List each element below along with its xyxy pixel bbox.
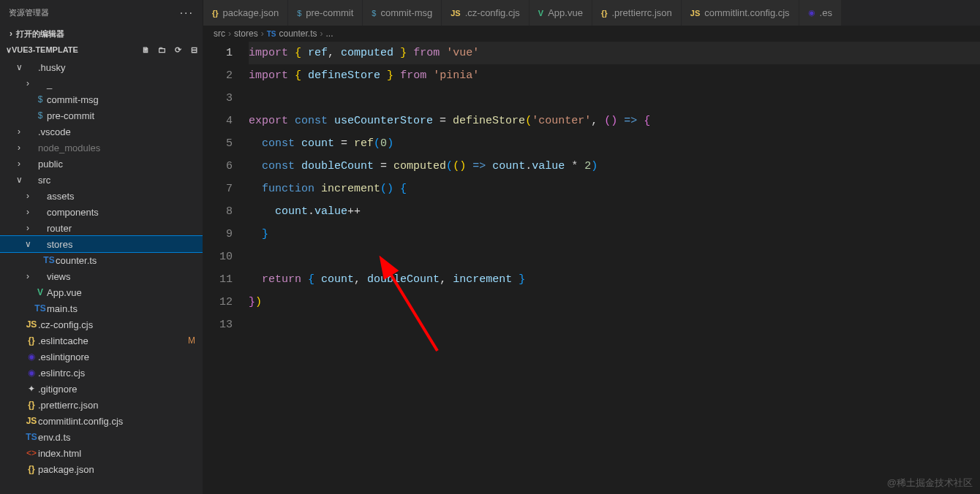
- file-icon: {}: [25, 335, 38, 346]
- tree-item--husky[interactable]: ∨.husky: [0, 59, 203, 75]
- code-line[interactable]: function increment() {: [249, 178, 980, 200]
- breadcrumb-tail[interactable]: ...: [326, 28, 333, 39]
- tab--prettierrc-json[interactable]: {}.prettierrc.json: [592, 0, 682, 26]
- line-number: 4: [203, 110, 233, 132]
- code-line[interactable]: [249, 87, 980, 110]
- tree-item-counter-ts[interactable]: TScounter.ts: [0, 252, 203, 268]
- tree-item-main-ts[interactable]: TSmain.ts: [0, 300, 203, 316]
- file-icon: {}: [25, 464, 38, 474]
- tab--cz-config-cjs[interactable]: JS.cz-config.cjs: [442, 0, 529, 26]
- open-editors-section[interactable]: › 打开的编辑器: [0, 26, 203, 42]
- breadcrumb-file[interactable]: counter.ts: [279, 28, 317, 39]
- tree-item-label: .vscode: [38, 126, 71, 137]
- code-line[interactable]: [249, 246, 980, 268]
- code-line[interactable]: [249, 314, 980, 336]
- tab-commitlint-config-cjs[interactable]: JScommitlint.config.cjs: [682, 0, 799, 26]
- more-icon[interactable]: ···: [180, 7, 194, 20]
- tree-item-app-vue[interactable]: VApp.vue: [0, 284, 203, 300]
- tab-pre-commit[interactable]: $pre-commit: [288, 0, 363, 26]
- file-icon: {}: [601, 9, 608, 18]
- tree-item-label: index.html: [38, 448, 81, 459]
- tab-commit-msg[interactable]: $commit-msg: [363, 0, 442, 26]
- code-line[interactable]: import { ref, computed } from 'vue': [249, 42, 980, 64]
- tree-item--vscode[interactable]: ›.vscode: [0, 123, 203, 140]
- tree-item-label: env.d.ts: [38, 432, 71, 443]
- code-line[interactable]: const count = ref(0): [249, 132, 980, 155]
- tree-item-label: src: [38, 175, 50, 186]
- file-icon: TS: [42, 255, 56, 265]
- tree-item-commit-msg[interactable]: $commit-msg: [0, 91, 203, 107]
- file-tree[interactable]: ∨.husky›_$commit-msg$pre-commit›.vscode›…: [0, 58, 203, 494]
- code-line[interactable]: const doubleCount = computed(() => count…: [249, 155, 980, 178]
- project-title-row[interactable]: ∨ VUE3-TEMPLATE 🗎 🗀 ⟳ ⊟: [0, 42, 203, 58]
- tree-item-public[interactable]: ›public: [0, 156, 203, 172]
- line-number: 1: [203, 42, 233, 64]
- tree-item-package-json[interactable]: {}package.json: [0, 461, 203, 477]
- collapse-icon[interactable]: ⊟: [188, 45, 200, 55]
- line-gutter: 12345678910111213: [203, 42, 246, 494]
- breadcrumb[interactable]: src › stores › TS counter.ts › ...: [203, 26, 980, 42]
- code-line[interactable]: export const useCounterStore = defineSto…: [249, 110, 980, 132]
- explorer-sidebar: 资源管理器 ··· › 打开的编辑器 ∨ VUE3-TEMPLATE 🗎 🗀 ⟳…: [0, 0, 203, 494]
- tree-item--eslintrc-cjs[interactable]: ◉.eslintrc.cjs: [0, 365, 203, 381]
- breadcrumb-part[interactable]: src: [214, 28, 225, 39]
- tree-item-src[interactable]: ∨src: [0, 172, 203, 188]
- tree-item-label: components: [47, 207, 99, 218]
- chevron-icon: ∨: [13, 175, 25, 185]
- tree-item--prettierrc-json[interactable]: {}.prettierrc.json: [0, 397, 203, 413]
- tree-item-router[interactable]: ›router: [0, 220, 203, 236]
- tree-item--eslintcache[interactable]: {}.eslintcacheM: [0, 332, 203, 349]
- code-line[interactable]: return { count, doubleCount, increment }: [249, 268, 980, 291]
- tree-item-index-html[interactable]: <>index.html: [0, 445, 203, 461]
- chevron-icon: ›: [22, 78, 34, 88]
- tab-label: .es: [820, 7, 832, 18]
- tree-item-components[interactable]: ›components: [0, 204, 203, 220]
- tree-item--gitignore[interactable]: ✦.gitignore: [0, 381, 203, 397]
- file-icon: ◉: [25, 368, 38, 378]
- tree-item-label: main.ts: [47, 303, 78, 314]
- file-icon: TS: [34, 303, 47, 314]
- ts-icon: TS: [267, 30, 276, 38]
- tab-label: commit-msg: [380, 7, 432, 18]
- code-editor[interactable]: 12345678910111213 import { ref, computed…: [203, 42, 980, 494]
- breadcrumb-part[interactable]: stores: [234, 28, 258, 39]
- tab-package-json[interactable]: {}package.json: [203, 0, 288, 26]
- editor-tabs[interactable]: {}package.json$pre-commit$commit-msgJS.c…: [203, 0, 980, 26]
- tree-item-node-modules[interactable]: ›node_modules: [0, 140, 203, 156]
- tree-item-views[interactable]: ›views: [0, 268, 203, 284]
- file-icon: $: [34, 110, 47, 121]
- tree-item-env-d-ts[interactable]: TSenv.d.ts: [0, 429, 203, 445]
- file-icon: JS: [451, 9, 460, 18]
- tree-item-pre-commit[interactable]: $pre-commit: [0, 107, 203, 123]
- code-line[interactable]: count.value++: [249, 200, 980, 223]
- line-number: 9: [203, 223, 233, 246]
- new-folder-icon[interactable]: 🗀: [156, 45, 167, 55]
- line-number: 12: [203, 291, 233, 314]
- watermark: @稀土掘金技术社区: [887, 476, 973, 490]
- line-number: 11: [203, 268, 233, 291]
- tree-item--[interactable]: ›_: [0, 75, 203, 91]
- tab--es[interactable]: ◉.es: [799, 0, 842, 26]
- explorer-title: 资源管理器: [9, 7, 49, 18]
- file-icon: JS: [25, 319, 38, 330]
- file-icon: {}: [25, 400, 38, 410]
- line-number: 5: [203, 132, 233, 155]
- tree-item-label: .eslintcache: [38, 335, 88, 346]
- tree-item-assets[interactable]: ›assets: [0, 188, 203, 204]
- tree-item-commitlint-config-cjs[interactable]: JScommitlint.config.cjs: [0, 413, 203, 429]
- code-content[interactable]: import { ref, computed } from 'vue'impor…: [246, 42, 980, 494]
- tree-item--eslintignore[interactable]: ◉.eslintignore: [0, 349, 203, 365]
- code-line[interactable]: import { defineStore } from 'pinia': [249, 64, 980, 87]
- line-number: 7: [203, 178, 233, 200]
- chevron-icon: ›: [22, 271, 34, 281]
- tree-item-stores[interactable]: ∨stores: [0, 236, 203, 252]
- file-icon: $: [372, 9, 376, 18]
- code-line[interactable]: }): [249, 291, 980, 314]
- tree-item--cz-config-cjs[interactable]: JS.cz-config.cjs: [0, 316, 203, 332]
- tree-item-label: .husky: [38, 62, 66, 73]
- refresh-icon[interactable]: ⟳: [172, 45, 184, 55]
- code-line[interactable]: }: [249, 223, 980, 246]
- file-icon: ◉: [808, 8, 815, 18]
- tab-app-vue[interactable]: VApp.vue: [529, 0, 592, 26]
- new-file-icon[interactable]: 🗎: [140, 45, 151, 55]
